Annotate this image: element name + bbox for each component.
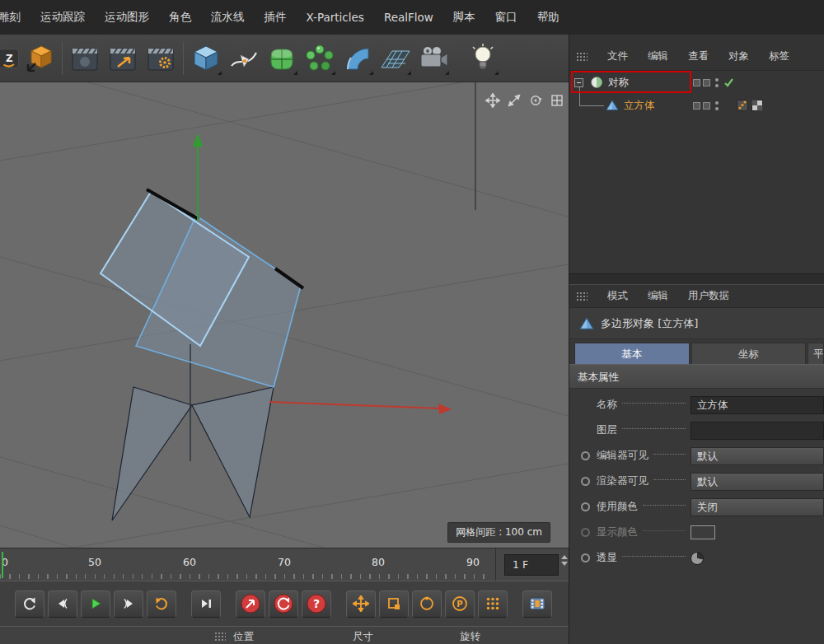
play-button[interactable] — [81, 590, 110, 618]
menu-motion-tracker[interactable]: 运动跟踪 — [30, 10, 95, 25]
keyframe-dot[interactable] — [581, 477, 590, 486]
key-scale-button[interactable] — [379, 590, 409, 618]
current-frame-field[interactable]: 1 F — [504, 554, 559, 576]
undo-icon[interactable]: Z — [0, 39, 20, 78]
key-pla-button[interactable] — [478, 590, 508, 618]
pan-icon[interactable] — [485, 92, 501, 109]
menu-mograph[interactable]: 运动图形 — [95, 10, 159, 25]
panel-grip-icon[interactable] — [214, 632, 226, 642]
om-menu-object[interactable]: 对象 — [728, 49, 749, 63]
pen-spline-icon[interactable] — [226, 39, 262, 78]
keyframe-dot[interactable] — [581, 451, 590, 460]
svg-text:Z: Z — [6, 53, 13, 64]
menu-pipeline[interactable]: 流水线 — [201, 10, 255, 25]
rotation-label: 旋转 — [460, 630, 480, 644]
array-icon[interactable] — [302, 39, 338, 78]
render-settings-icon[interactable] — [143, 39, 179, 78]
tab-basic[interactable]: 基本 — [574, 343, 690, 364]
cube-primitive-icon[interactable] — [188, 39, 224, 78]
object-name-cube[interactable]: 立方体 — [624, 99, 655, 113]
viewport-scene — [0, 82, 569, 548]
visibility-render-toggle[interactable] — [703, 102, 710, 110]
menu-help[interactable]: 帮助 — [527, 10, 569, 25]
goto-start-button[interactable] — [15, 590, 44, 618]
viewport-3d[interactable]: 网格间距 : 100 cm — [0, 82, 569, 548]
menu-xparticles[interactable]: X-Particles — [297, 11, 374, 24]
visibility-dots[interactable] — [715, 101, 719, 110]
loop-button[interactable] — [147, 590, 176, 618]
menu-character[interactable]: 角色 — [159, 10, 201, 25]
om-menu-view[interactable]: 查看 — [688, 49, 709, 63]
om-menu-tags[interactable]: 标签 — [769, 49, 789, 63]
autokey-button[interactable] — [269, 590, 298, 618]
key-rotation-button[interactable] — [412, 590, 442, 618]
panel-grip-icon[interactable] — [576, 292, 588, 301]
light-icon[interactable] — [465, 39, 501, 78]
view-toggle-icon[interactable] — [549, 92, 565, 109]
prev-key-button[interactable] — [48, 590, 77, 618]
frame-spinner[interactable] — [561, 555, 568, 566]
render-picture-viewer-icon[interactable] — [105, 39, 141, 78]
subdivision-surface-icon[interactable] — [264, 39, 300, 78]
xray-toggle-icon[interactable] — [691, 552, 704, 565]
keyframe-dot[interactable] — [581, 528, 590, 537]
enabled-check-icon[interactable] — [723, 77, 734, 88]
film-solo-button[interactable] — [522, 590, 552, 618]
playhead[interactable] — [2, 552, 3, 578]
visibility-render-toggle[interactable] — [703, 79, 710, 86]
key-position-button[interactable] — [346, 590, 376, 618]
dotted-leader — [643, 530, 686, 531]
svg-text:?: ? — [313, 597, 320, 610]
keyframe-dot[interactable] — [581, 502, 590, 511]
menu-window[interactable]: 窗口 — [485, 10, 527, 25]
phong-tag-icon[interactable] — [737, 100, 748, 111]
key-help-button[interactable]: ? — [302, 590, 331, 618]
spinner-down-icon[interactable] — [561, 562, 568, 566]
panel-grip-icon[interactable] — [576, 52, 588, 62]
am-menu-userdata[interactable]: 用户数据 — [688, 289, 729, 303]
object-row-symmetry[interactable]: 对称 — [569, 71, 824, 94]
camera-icon[interactable] — [415, 39, 452, 78]
render-visibility-dropdown[interactable]: 默认 — [691, 473, 824, 491]
tab-phong[interactable]: 平 — [808, 343, 824, 364]
om-menu-edit[interactable]: 编辑 — [648, 49, 668, 63]
menu-realflow[interactable]: RealFlow — [374, 11, 443, 24]
visibility-editor-toggle[interactable] — [693, 79, 700, 86]
visibility-dots[interactable] — [715, 78, 719, 87]
render-view-icon[interactable] — [67, 39, 103, 78]
axis-cube-icon[interactable] — [21, 39, 58, 78]
timeline-ruler[interactable]: 0 50 60 70 80 90 1 F — [0, 548, 569, 581]
render-visibility-label: 渲染器可见 — [597, 474, 648, 488]
tab-coordinates[interactable]: 坐标 — [691, 343, 807, 364]
am-menu-mode[interactable]: 模式 — [607, 289, 628, 303]
object-row-cube[interactable]: 立方体 — [569, 94, 824, 117]
editor-visibility-dropdown[interactable]: 默认 — [691, 447, 824, 465]
keyframe-dot[interactable] — [581, 553, 590, 562]
dolly-icon[interactable] — [506, 92, 522, 109]
deformer-icon[interactable] — [339, 39, 376, 78]
record-objects-button[interactable] — [236, 590, 265, 618]
menu-script[interactable]: 脚本 — [443, 10, 485, 25]
name-input[interactable]: 立方体 — [691, 396, 824, 414]
key-parameter-button[interactable]: P — [445, 590, 475, 618]
layer-input[interactable] — [691, 422, 824, 440]
object-manager-tree[interactable]: 对称 立方体 — [569, 71, 824, 273]
om-menu-file[interactable]: 文件 — [607, 49, 628, 63]
field-use-color: 使用颜色 关闭 — [569, 494, 824, 520]
visibility-editor-toggle[interactable] — [693, 102, 700, 110]
name-label: 名称 — [597, 398, 617, 412]
collapse-icon[interactable] — [574, 78, 583, 87]
floor-grid-icon[interactable] — [377, 39, 414, 78]
object-name-symmetry[interactable]: 对称 — [608, 76, 629, 90]
object-title-text: 多边形对象 [立方体] — [601, 316, 698, 331]
uvw-tag-icon[interactable] — [751, 100, 763, 111]
use-color-dropdown[interactable]: 关闭 — [691, 498, 824, 516]
display-color-swatch[interactable] — [691, 525, 715, 539]
menu-plugins[interactable]: 插件 — [255, 10, 297, 25]
menu-sculpt[interactable]: 雕刻 — [0, 10, 30, 25]
spinner-up-icon[interactable] — [561, 555, 568, 559]
next-key-button[interactable] — [114, 590, 143, 618]
goto-end-button[interactable] — [191, 590, 221, 618]
orbit-icon[interactable] — [527, 92, 544, 109]
am-menu-edit[interactable]: 编辑 — [648, 289, 668, 303]
